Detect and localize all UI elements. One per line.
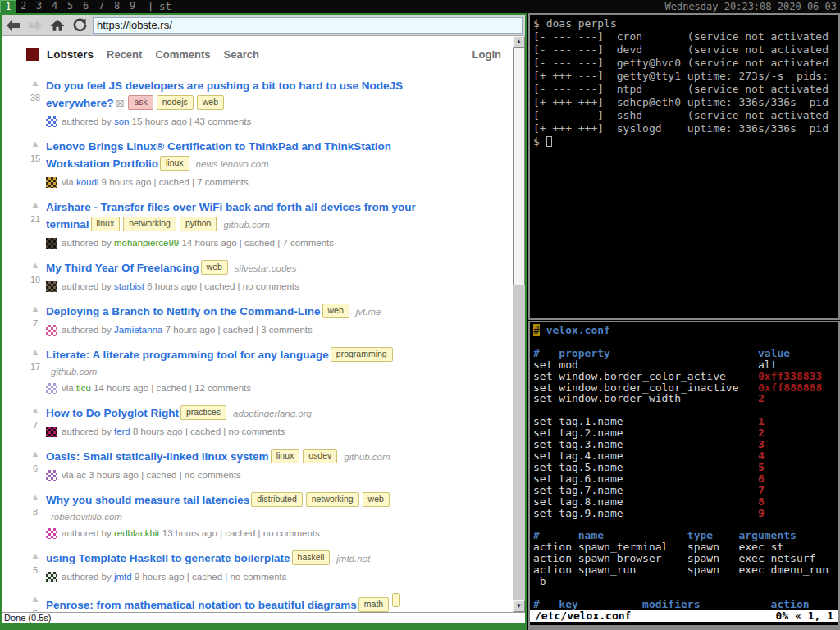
byline-username[interactable]: mohanpierce99 — [114, 238, 179, 248]
upvote-arrow-icon[interactable]: ▲ — [25, 139, 46, 148]
story-byline: via koudi 9 hours ago | cached | 7 comme… — [46, 176, 509, 189]
tag-pill-distributed[interactable]: distributed — [251, 492, 302, 507]
back-button[interactable] — [4, 17, 22, 34]
scrollbar-thumb[interactable] — [513, 48, 525, 285]
wm-tag-3[interactable]: 3 — [31, 0, 47, 13]
byline-username[interactable]: starbist — [114, 281, 144, 291]
story-score: 21 — [25, 214, 46, 224]
byline-username[interactable]: son — [114, 116, 130, 126]
story-row: ▲15Lenovo Brings Linux® Certification to… — [25, 138, 509, 189]
story-list: ▲38Do you feel JS developers are pushing… — [25, 77, 509, 612]
story-title-link[interactable]: everywhere? — [46, 97, 114, 109]
tag-pill-osdev[interactable]: osdev — [303, 449, 337, 463]
tag-pill-python[interactable]: python — [180, 217, 217, 231]
tag-pill-web[interactable]: web — [197, 95, 224, 110]
nav-item-search[interactable]: Search — [224, 48, 259, 61]
upvote-arrow-icon[interactable]: ▲ — [25, 79, 46, 88]
lobsters-logo[interactable] — [26, 48, 39, 61]
story-title-link[interactable]: Oasis: Small statically-linked linux sys… — [46, 450, 269, 463]
tag-pill-linux[interactable]: linux — [271, 449, 300, 463]
scrollbar[interactable]: ▲ ▼ — [513, 36, 525, 612]
byline-username[interactable]: jmtd — [114, 572, 132, 582]
story-title-link[interactable]: Deploying a Branch to Netlify on the Com… — [46, 305, 321, 317]
tag-pill-haskell[interactable]: haskell — [292, 550, 331, 565]
vote-column: ▲21 — [25, 199, 46, 249]
wm-tag-8[interactable]: 8 — [109, 0, 125, 13]
tag-pill-networking[interactable]: networking — [306, 492, 359, 507]
wm-tag-5[interactable]: 5 — [62, 0, 78, 13]
upvote-arrow-icon[interactable]: ▲ — [25, 595, 46, 604]
tag-pill-math[interactable]: math — [358, 597, 389, 612]
avatar — [46, 427, 57, 437]
nav-item-recent[interactable]: Recent — [107, 48, 142, 61]
story-domain: github.com — [51, 367, 97, 377]
upvote-arrow-icon[interactable]: ▲ — [25, 450, 46, 459]
byline-username[interactable]: Jamietanna — [114, 325, 162, 335]
terminal-window[interactable]: $ doas perpls [- --- ---] cron (service … — [528, 13, 840, 320]
tag-pill-linux[interactable]: linux — [91, 217, 121, 231]
tag-pill-web[interactable]: web — [363, 492, 390, 507]
upvote-arrow-icon[interactable]: ▲ — [25, 348, 46, 357]
byline-username[interactable]: tlcu — [76, 383, 91, 393]
vote-column: ▲7 — [25, 404, 46, 438]
story-domain: github.com — [223, 220, 269, 230]
byline-username[interactable]: ferd — [114, 427, 130, 436]
story-score: 15 — [25, 153, 46, 163]
vote-column: ▲6 — [25, 448, 46, 482]
story-title-link[interactable]: Workstation Portfolio — [46, 158, 158, 170]
tag-pill-practices[interactable]: practices — [180, 405, 226, 420]
upvote-arrow-icon[interactable]: ▲ — [25, 551, 46, 560]
tag-pill-linux[interactable]: linux — [160, 156, 189, 171]
story-title-link[interactable]: terminal — [46, 218, 89, 231]
forward-button[interactable] — [26, 17, 44, 34]
byline-username[interactable]: ac — [76, 470, 86, 480]
story-byline: authored by Jamietanna 7 hours ago | cac… — [46, 323, 509, 336]
story-score: 7 — [25, 318, 46, 328]
upvote-arrow-icon[interactable]: ▲ — [25, 261, 46, 270]
scroll-down-button[interactable]: ▼ — [513, 600, 525, 612]
tag-pill-ask[interactable]: ask — [128, 95, 153, 110]
login-link[interactable]: Login — [472, 48, 501, 61]
upvote-arrow-icon[interactable]: ▲ — [25, 493, 46, 502]
wm-tag-7[interactable]: 7 — [94, 0, 109, 13]
tag-pill-programming[interactable]: programming — [331, 347, 393, 362]
editor-text-segment — [540, 324, 546, 336]
story-title-link[interactable]: Lenovo Brings Linux® Certification to Th… — [46, 140, 391, 153]
scroll-up-button[interactable]: ▲ — [513, 36, 525, 48]
story-title-link[interactable]: using Template Haskell to generate boile… — [46, 552, 290, 564]
editor-text-segment: set tag.2.name — [533, 427, 758, 439]
story-title-link[interactable]: Literate: A literate programming tool fo… — [46, 349, 329, 361]
upvote-arrow-icon[interactable]: ▲ — [25, 200, 46, 209]
wm-tag-9[interactable]: 9 — [125, 0, 140, 13]
story-title-link[interactable]: How to Do Polyglot Right — [46, 407, 179, 419]
tag-pill-networking[interactable]: networking — [123, 217, 176, 231]
story-title-link[interactable]: Do you feel JS developers are pushing a … — [46, 80, 403, 92]
wm-tag-2[interactable]: 2 — [16, 0, 31, 13]
story-title-link[interactable]: Penrose: from mathematical notation to b… — [46, 599, 357, 611]
reload-button[interactable] — [71, 17, 89, 34]
editor-window[interactable]: # velox.conf # property value set mod al… — [528, 321, 840, 630]
nav-item-comments[interactable]: Comments — [155, 48, 210, 61]
home-button[interactable] — [48, 17, 66, 34]
tag-pill-clipped[interactable] — [392, 593, 400, 607]
byline-username[interactable]: redblackbit — [114, 528, 160, 538]
upvote-arrow-icon[interactable]: ▲ — [25, 406, 46, 415]
story-title-link[interactable]: Why you should measure tail latencies — [46, 494, 249, 506]
wm-tag-1[interactable]: 1 — [0, 0, 16, 13]
story-row: ▲7Deploying a Branch to Netlify on the C… — [25, 303, 509, 336]
story-content: Why you should measure tail latenciesdis… — [46, 491, 509, 540]
byline-username[interactable]: koudi — [76, 177, 99, 187]
url-bar[interactable] — [93, 17, 523, 34]
tag-pill-web[interactable]: web — [322, 304, 349, 318]
upvote-arrow-icon[interactable]: ▲ — [25, 304, 46, 313]
tag-pill-nodejs[interactable]: nodejs — [157, 95, 194, 110]
story-title-link[interactable]: My Third Year Of Freelancing — [46, 262, 199, 274]
wm-tag-6[interactable]: 6 — [78, 0, 94, 13]
story-row: ▲21Airshare - Transfer files over WiFi b… — [25, 199, 509, 249]
story-content: Airshare - Transfer files over WiFi back… — [46, 199, 509, 249]
editor-text-segment: set tag.3.name — [533, 438, 758, 450]
wm-tag-4[interactable]: 4 — [47, 0, 62, 13]
tag-pill-web[interactable]: web — [201, 260, 228, 275]
brand-link[interactable]: Lobsters — [47, 48, 94, 61]
story-title-link[interactable]: Airshare - Transfer files over WiFi back… — [46, 201, 416, 213]
